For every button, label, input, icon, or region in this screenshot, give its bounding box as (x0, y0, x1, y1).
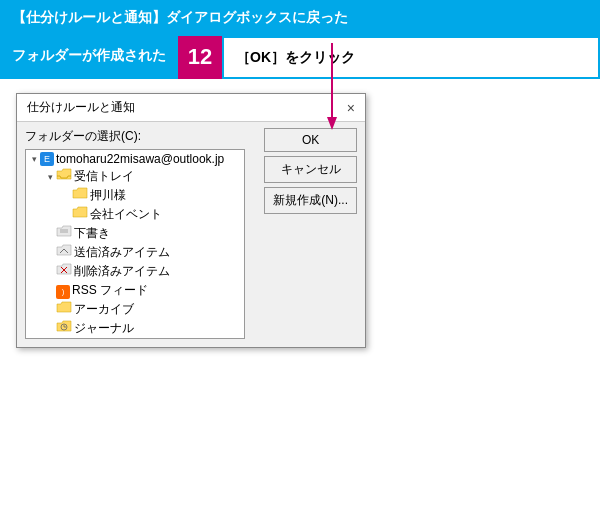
tree-item-label: アーカイブ (74, 301, 134, 318)
expand-icon[interactable] (44, 228, 56, 240)
top-annotation: 【仕分けルールと通知】ダイアログボックスに戻った (0, 0, 600, 36)
cancel-button[interactable]: キャンセル (264, 156, 357, 183)
tree-item-label: 下書き (74, 225, 110, 242)
folder-tree[interactable]: ▾Etomoharu22misawa@outlook.jp▾ 受信トレイ 押川様… (25, 149, 245, 339)
deleted-folder-icon (56, 263, 72, 277)
tree-item[interactable]: 削除済みアイテム (26, 262, 244, 281)
top-annotation-text: 【仕分けルールと通知】ダイアログボックスに戻った (12, 9, 348, 25)
tree-item-label: 押川様 (90, 187, 126, 204)
tree-item-label: RSS フィード (72, 282, 148, 299)
tree-item[interactable]: 押川様 (26, 186, 244, 205)
expand-icon[interactable]: ▾ (28, 153, 40, 165)
folder-section: フォルダーの選択(C): ▾Etomoharu22misawa@outlook.… (25, 128, 258, 339)
folder-created-text: フォルダーが作成された (12, 47, 166, 63)
step-number: 12 (188, 44, 212, 70)
dialog-box: 仕分けルールと通知 × フォルダーの選択(C): ▾Etomoharu22mis… (16, 93, 366, 348)
draft-folder-icon (56, 225, 72, 239)
tree-item[interactable]: ▾ 受信トレイ (26, 167, 244, 186)
rss-icon: ) (56, 285, 70, 299)
expand-icon[interactable] (44, 247, 56, 259)
expand-icon[interactable] (60, 190, 72, 202)
account-icon: E (40, 152, 54, 166)
tree-item[interactable]: 下書き (26, 224, 244, 243)
ok-button[interactable]: OK (264, 128, 357, 152)
dialog-buttons: OK キャンセル 新規作成(N)... (264, 128, 357, 339)
new-button[interactable]: 新規作成(N)... (264, 187, 357, 214)
tree-item-label: tomoharu22misawa@outlook.jp (56, 152, 224, 166)
step-instruction: ［OK］をクリック (222, 36, 600, 80)
journal-folder-icon (56, 320, 72, 334)
tree-item[interactable]: )RSS フィード (26, 281, 244, 300)
tree-item-label: 削除済みアイテム (74, 263, 170, 280)
inbox-folder-icon (56, 168, 72, 182)
tree-item[interactable]: タスク (26, 338, 244, 339)
tree-item-label: 受信トレイ (74, 168, 134, 185)
tree-item[interactable]: 送信済みアイテム (26, 243, 244, 262)
tree-item[interactable]: ジャーナル (26, 319, 244, 338)
folder-created-annotation: フォルダーが作成された (0, 36, 178, 80)
expand-icon[interactable] (44, 304, 56, 316)
tree-item[interactable]: 会社イベント (26, 205, 244, 224)
dialog-close-button[interactable]: × (347, 101, 355, 115)
dialog-titlebar: 仕分けルールと通知 × (17, 94, 365, 122)
folder-label: フォルダーの選択(C): (25, 128, 258, 145)
folder-icon (56, 301, 72, 315)
expand-icon[interactable]: ▾ (44, 171, 56, 183)
sent-folder-icon (56, 244, 72, 258)
tree-item-label: 送信済みアイテム (74, 244, 170, 261)
dialog-content: フォルダーの選択(C): ▾Etomoharu22misawa@outlook.… (17, 122, 365, 347)
tree-item[interactable]: ▾Etomoharu22misawa@outlook.jp (26, 150, 244, 167)
expand-icon[interactable] (44, 266, 56, 278)
dialog-title: 仕分けルールと通知 (27, 99, 135, 116)
step-number-badge: 12 (178, 36, 222, 80)
folder-icon (72, 187, 88, 201)
step-text: ［OK］をクリック (236, 49, 355, 65)
tree-item-label: 会社イベント (90, 206, 162, 223)
expand-icon[interactable] (44, 323, 56, 335)
tree-item[interactable]: アーカイブ (26, 300, 244, 319)
tree-item-label: ジャーナル (74, 320, 134, 337)
expand-icon[interactable] (60, 209, 72, 221)
expand-icon[interactable] (44, 285, 56, 297)
folder-icon (72, 206, 88, 220)
